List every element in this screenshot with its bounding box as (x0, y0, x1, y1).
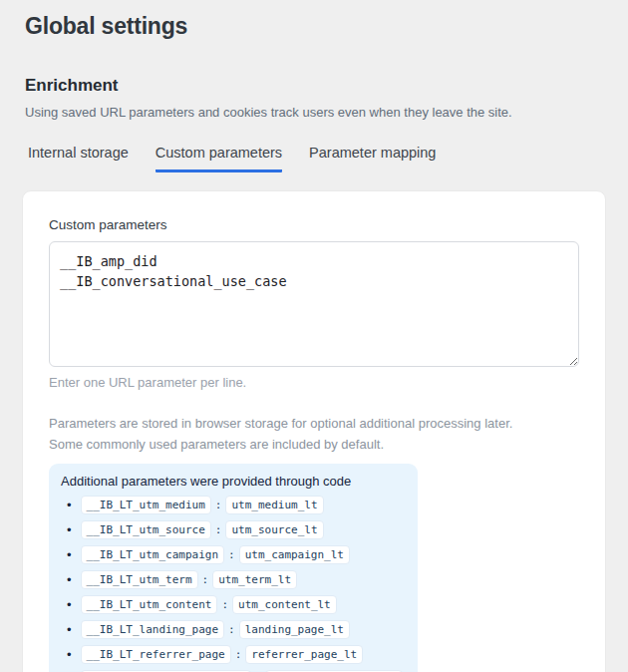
param-value: referrer_page_lt (245, 645, 363, 664)
custom-parameters-label: Custom parameters (49, 217, 579, 232)
section-description: Using saved URL parameters and cookies t… (25, 105, 606, 120)
param-separator: : (215, 499, 222, 511)
param-value: utm_source_lt (225, 520, 323, 539)
param-value: utm_medium_lt (225, 496, 323, 514)
code-parameters-info-box: Additional parameters were provided thro… (49, 464, 418, 672)
tab-custom-parameters[interactable]: Custom parameters (156, 145, 282, 172)
section-title-enrichment: Enrichment (25, 76, 606, 96)
storage-note-line-2: Some commonly used parameters are includ… (49, 434, 579, 455)
param-item: __IB_LT_referrer_page : referrer_page_lt (61, 642, 406, 667)
custom-parameters-card: Custom parameters __IB_amp_did __IB_conv… (22, 190, 606, 672)
param-key: __IB_LT_landing_page (81, 620, 224, 639)
param-value: utm_content_lt (232, 595, 337, 614)
param-item: __IB_LT_utm_term : utm_term_lt (61, 567, 406, 592)
param-value: utm_term_lt (212, 570, 297, 589)
storage-note-line-1: Parameters are stored in browser storage… (49, 413, 579, 434)
param-item: __IB_LT_utm_campaign : utm_campaign_lt (61, 542, 406, 567)
param-separator: : (228, 623, 235, 636)
storage-note: Parameters are stored in browser storage… (49, 413, 579, 455)
param-separator: : (202, 573, 209, 586)
param-separator: : (221, 598, 228, 611)
param-key: __IB_LT_utm_source (81, 520, 211, 539)
info-box-title: Additional parameters were provided thro… (61, 474, 406, 489)
tab-internal-storage[interactable]: Internal storage (28, 145, 129, 172)
param-value: utm_campaign_lt (239, 545, 350, 564)
custom-parameters-textarea[interactable]: __IB_amp_did __IB_conversational_use_cas… (49, 241, 579, 367)
param-value: landing_page_lt (239, 620, 350, 639)
param-separator: : (228, 548, 235, 561)
param-item: __IB_LT_utm_source : utm_source_lt (61, 517, 406, 542)
param-item: __IB_LT_utm_medium : utm_medium_lt (61, 493, 406, 517)
param-item: __IB_LT_utm_content : utm_content_lt (61, 592, 406, 617)
param-item: __IB_LT_channel_grouping : channel_group… (61, 667, 406, 672)
page-title: Global settings (25, 13, 606, 40)
param-key: __IB_LT_utm_content (81, 595, 218, 614)
param-key: __IB_LT_utm_campaign (81, 545, 224, 564)
param-item: __IB_LT_landing_page : landing_page_lt (61, 617, 406, 642)
param-key: __IB_LT_referrer_page (81, 645, 231, 664)
param-key: __IB_LT_utm_medium (81, 496, 211, 514)
code-parameter-list: __IB_LT_utm_medium : utm_medium_lt __IB_… (61, 493, 406, 672)
content-area: Global settings Enrichment Using saved U… (0, 13, 628, 672)
param-separator: : (215, 523, 222, 536)
param-key: __IB_LT_utm_term (81, 570, 198, 589)
tab-bar: Internal storage Custom parameters Param… (28, 145, 606, 172)
textarea-helper-text: Enter one URL parameter per line. (49, 375, 579, 390)
global-settings-page: Global settings Enrichment Using saved U… (0, 0, 628, 672)
tab-parameter-mapping[interactable]: Parameter mapping (309, 145, 436, 172)
param-separator: : (235, 648, 242, 661)
